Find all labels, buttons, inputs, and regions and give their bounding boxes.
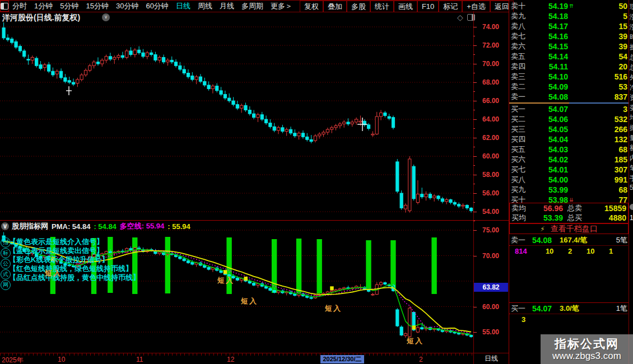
menu-item-分时[interactable]: 分时 (12, 1, 27, 11)
buy-level-row[interactable]: 买四54.04132 (509, 134, 629, 144)
time-label: 2025年 (2, 356, 24, 364)
sell-level-row[interactable]: 卖六54.1539 (509, 41, 629, 52)
main-price-axis: 74.0072.0070.0068.0066.0064.0062.0060.00… (473, 11, 509, 220)
indicator-price-label: 70.00 (475, 252, 506, 260)
averages-box: 卖均56.96总卖15859买均53.39总买4880 (509, 203, 629, 223)
menu-button-统计[interactable]: 统计 (370, 1, 394, 12)
menu-item-60分钟[interactable]: 60分钟 (146, 1, 168, 11)
menu-item-15分钟[interactable]: 15分钟 (86, 1, 108, 11)
buy-level-row[interactable]: 买五54.0368 (509, 144, 629, 155)
clipped-label: 换 (630, 43, 633, 52)
menu-item-日线[interactable]: 日线 (176, 1, 190, 11)
crosshair-marks (66, 86, 367, 131)
clipped-label: 净 (630, 83, 633, 92)
sell-level-row[interactable]: 卖二54.0953 (509, 82, 629, 92)
buy-level-row[interactable]: 买六54.02185 (509, 155, 629, 165)
clipped-label: 量 (630, 133, 633, 143)
short-entry-signal-label: 短入 (407, 336, 423, 346)
price-label: 54.00 (475, 208, 506, 216)
menu-button-F10[interactable]: F10 (417, 1, 439, 12)
menu-item-1分钟[interactable]: 1分钟 (34, 1, 53, 11)
menu-button-叠加[interactable]: 叠加 (323, 1, 347, 12)
buy-level-row[interactable]: 买三54.05266 (509, 124, 629, 134)
sell-level-row[interactable]: 卖一54.08837 (509, 92, 629, 102)
clipped-label: 外 (630, 73, 633, 82)
buy-level-row[interactable]: 买二54.06532 (509, 114, 629, 124)
clipped-label: 时 (630, 32, 633, 42)
time-label: 11 (136, 356, 143, 363)
sell-level-row[interactable]: 卖七54.1639 (509, 31, 629, 41)
indicator-current-value-badge: 63.82 (474, 283, 508, 292)
menu-button-多股[interactable]: 多股 (347, 1, 370, 12)
clipped-label: 委 (630, 103, 633, 113)
pma-value: : 54.84 (94, 222, 116, 231)
price-label: 60.00 (475, 152, 506, 160)
time-label: 12 (227, 356, 234, 363)
sell-level-row[interactable]: 卖八54.1715 (509, 21, 629, 31)
time-axis[interactable]: 2025年10111222025/12/30/二 (0, 353, 473, 364)
diamond-icon[interactable]: ◇ (457, 13, 463, 22)
clipped-label: 总 (630, 53, 633, 62)
menu-item-多周期[interactable]: 多周期 (241, 1, 263, 11)
price-label: 68.00 (475, 78, 506, 86)
clipped-label: 涨 (630, 12, 633, 22)
layout-toggle-button[interactable] (0, 1, 9, 12)
stamp-icon: 式 (1, 269, 11, 279)
chart-title-row: 洋河股份(日线.前复权) ∨ ◇ (0, 12, 473, 22)
menu-button-复权[interactable]: 复权 (300, 1, 323, 12)
duokong-value: : 55.94 (167, 222, 190, 231)
price-label: 72.00 (475, 41, 506, 49)
sell-level-row[interactable]: 卖九54.185 (509, 11, 629, 21)
menu-item-更多＞[interactable]: 更多＞ (271, 1, 292, 11)
menu-button-画线[interactable]: 画线 (394, 1, 417, 12)
buy-level-row[interactable]: 买七54.01307 (509, 165, 629, 175)
menu-button-标记[interactable]: 标记 (439, 1, 462, 12)
watermark: 指标公式网 www.zbgs3.com (541, 334, 633, 364)
bid-ask-ratio-bar (509, 102, 629, 104)
clipped-label: 手 (630, 174, 633, 183)
menu-item-周线[interactable]: 周线 (198, 1, 212, 11)
menu-button-+自选[interactable]: +自选 (462, 1, 490, 12)
price-label: 66.00 (475, 97, 506, 105)
buy-one-detail-row[interactable]: 买一54.073.0/笔1笔 (509, 304, 629, 314)
price-label: 56.00 (475, 189, 506, 197)
tool-menu: 复权叠加多股统计画线F10标记+自选返回 (300, 1, 514, 12)
deep-quote-button[interactable]: ⚡查看千档盘口 (509, 223, 629, 234)
period-label[interactable]: 日线 (473, 353, 509, 364)
clipped-label: 内 (630, 153, 633, 163)
short-entry-signal-label: 短入 (45, 268, 62, 278)
watermark-title: 指标公式网 (555, 337, 619, 351)
indicator-source: 股朋指标网 (12, 221, 48, 231)
stamp-icon: 网 (1, 280, 11, 290)
sell-level-row[interactable]: 卖十54.19⇈50 (509, 1, 629, 11)
buy-level-row[interactable]: 买八54.00991 (509, 175, 629, 185)
main-candlestick-chart[interactable] (0, 22, 473, 220)
collapse-circle-icon[interactable] (630, 204, 633, 210)
indicator-header: ∨ 股朋指标网 PMA: 54.84 : 54.84 多空线: 55.94 : … (1, 222, 194, 231)
stamp-icon: 标 (1, 248, 11, 258)
title-dropdown-icon[interactable]: ∨ (102, 13, 110, 21)
layout-toggle-icon (1, 3, 8, 10)
sell-one-orders-row: 814102101 (509, 247, 629, 255)
short-entry-signal-label: 短入 (217, 276, 234, 286)
short-entry-signal-label: 短入 (325, 304, 342, 314)
menu-item-5分钟[interactable]: 5分钟 (60, 1, 78, 11)
sell-level-row[interactable]: 卖三54.10516 (509, 72, 629, 82)
collapsed-side-strip[interactable]: 现涨涨时换总总外净资委均振量额内笔手51 (629, 0, 633, 364)
sell-one-detail-row[interactable]: 卖一54.08167.4/笔5笔 (509, 235, 629, 245)
watermark-url: www.zbgs3.com (552, 351, 621, 362)
clipped-label: 1 (630, 214, 633, 222)
sell-level-row[interactable]: 卖四54.1120 (509, 62, 629, 72)
down-arrow-icon: ⇊ (568, 197, 576, 203)
pma-label: PMA: 54.84 (52, 222, 90, 231)
buy-level-row[interactable]: 买九53.9968 (509, 185, 629, 195)
trading-app-window: 分时1分钟5分钟15分钟30分钟60分钟日线周线月线多周期更多＞ 复权叠加多股统… (0, 0, 633, 364)
price-label: 58.00 (475, 171, 506, 179)
sell-level-row[interactable]: 卖五54.1454 (509, 52, 629, 62)
price-label: 74.00 (475, 23, 506, 31)
menu-item-月线[interactable]: 月线 (220, 1, 234, 11)
buy-level-row[interactable]: 买一54.073 (509, 104, 629, 114)
clipped-label: 均 (630, 113, 633, 123)
menu-item-30分钟[interactable]: 30分钟 (116, 1, 138, 11)
indicator-collapse-icon[interactable]: ∨ (1, 222, 9, 230)
